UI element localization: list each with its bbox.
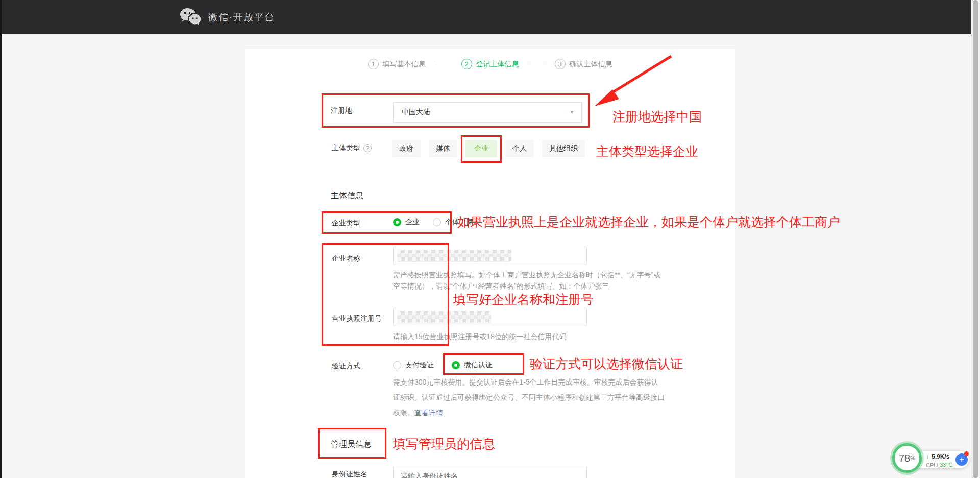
step-divider [434, 64, 453, 64]
cpu-row: CPU 33℃ [926, 462, 952, 468]
step-divider [527, 64, 547, 64]
subject-type-label: 主体类型 [332, 144, 360, 153]
download-arrow-icon: ↓ [926, 453, 929, 460]
annotation-reg-location: 注册地选择中国 [612, 108, 702, 125]
verify-option-label[interactable]: 支付验证 [405, 361, 434, 370]
step-1-label: 填写基本信息 [383, 60, 426, 69]
subject-type-options: 政府 媒体 企业 个人 其他组织 [392, 140, 593, 157]
network-speed-row: ↓ 5.9K/s [926, 453, 949, 460]
redacted-company-name [397, 250, 511, 262]
license-no-label: 营业执照注册号 [332, 314, 382, 323]
company-type-label: 企业类型 [332, 219, 360, 228]
scrollbar-thumb[interactable] [973, 0, 978, 478]
brand: 微信·开放平台 [180, 7, 275, 28]
company-name-label: 企业名称 [332, 254, 360, 264]
annotation-admin: 填写管理员的信息 [393, 436, 495, 452]
step-3-circle: 3 [555, 59, 566, 69]
license-no-help: 请输入15位营业执照注册号或18位的统一社会信用代码 [393, 331, 566, 342]
step-1-circle: 1 [368, 59, 379, 69]
download-speed: 5.9K/s [932, 453, 949, 460]
subject-type-media-button[interactable]: 媒体 [429, 140, 457, 157]
radio-company-selected[interactable] [393, 218, 401, 226]
radio-pay-verify[interactable] [393, 361, 401, 369]
gauge-percent: 78 [899, 452, 910, 464]
company-name-help: 需严格按照营业执照填写。如个体工商户营业执照无企业名称时（包括**、“无字号”或… [393, 269, 660, 292]
cpu-temperature: 33℃ [940, 462, 952, 468]
subject-type-other-button[interactable]: 其他组织 [542, 140, 585, 157]
subject-info-title: 主体信息 [331, 190, 363, 201]
subject-type-individual-button[interactable]: 个人 [505, 140, 534, 157]
license-no-input[interactable] [393, 308, 587, 326]
verify-help: 需支付300元审核费用。提交认证后会在1-5个工作日完成审核。审核完成后会获得认… [393, 374, 665, 420]
id-name-input[interactable] [393, 466, 587, 478]
help-icon[interactable]: ? [363, 144, 372, 152]
subject-type-label-row: 主体类型 ? [332, 144, 372, 153]
radio-individual-business[interactable] [433, 218, 441, 226]
reg-location-select[interactable]: 中国大陆 ▼ [393, 102, 582, 123]
top-header-bar: 微信·开放平台 [0, 0, 980, 34]
step-2-label: 登记主体信息 [476, 60, 519, 69]
memory-gauge[interactable]: 78% [892, 443, 922, 473]
verify-method-options: 支付验证 微信认证 [393, 361, 493, 370]
gauge-percent-unit: % [910, 455, 915, 461]
annotation-subject-type: 主体类型选择企业 [596, 143, 698, 160]
verify-method-label: 验证方式 [332, 362, 360, 371]
step-2-circle: 2 [461, 59, 472, 69]
wechat-logo-icon [180, 7, 201, 28]
id-name-label: 身份证姓名 [332, 470, 368, 478]
radio-wechat-verify-selected[interactable] [452, 361, 460, 369]
company-type-option-label[interactable]: 企业 [405, 218, 420, 227]
scrollbar-track[interactable] [971, 0, 980, 478]
admin-info-title: 管理员信息 [331, 439, 372, 450]
view-details-link[interactable]: 查看详情 [414, 409, 443, 417]
red-arrow-annotation [582, 50, 684, 114]
dropdown-caret-icon: ▼ [570, 110, 574, 115]
cpu-label: CPU [926, 462, 938, 468]
notification-dot [964, 451, 969, 456]
reg-location-label: 注册地 [331, 106, 352, 115]
window-left-edge [0, 0, 2, 478]
verify-option-label[interactable]: 微信认证 [464, 361, 493, 370]
company-name-input[interactable] [393, 247, 587, 265]
annotation-name-license: 填写好企业名称和注册号 [453, 291, 594, 308]
reg-location-value: 中国大陆 [402, 108, 430, 117]
brand-title: 微信·开放平台 [208, 11, 275, 24]
redacted-license-no [397, 311, 491, 323]
annotation-verify: 验证方式可以选择微信认证 [530, 355, 683, 372]
page-background: 微信·开放平台 1 填写基本信息 2 登记主体信息 3 确认主体信息 注册地 中… [0, 0, 980, 478]
step-1: 1 填写基本信息 [368, 59, 426, 69]
annotation-company-type: 如果营业执照上是企业就选择企业，如果是个体户就选择个体工商户 [457, 213, 840, 230]
step-2: 2 登记主体信息 [461, 59, 519, 69]
subject-type-government-button[interactable]: 政府 [392, 140, 421, 157]
subject-type-enterprise-button[interactable]: 企业 [465, 140, 497, 157]
